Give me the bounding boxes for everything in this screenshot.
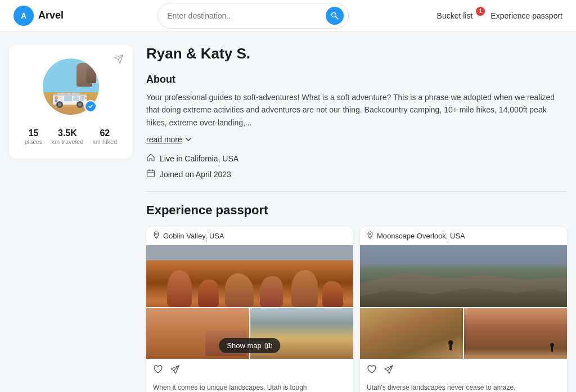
divider xyxy=(146,191,567,192)
svg-marker-28 xyxy=(268,343,270,348)
moonscape-photo-br xyxy=(464,308,567,359)
svg-point-31 xyxy=(370,233,371,235)
stat-places-label: places xyxy=(25,138,43,145)
svg-rect-6 xyxy=(73,96,79,101)
location-pin-icon-goblin xyxy=(153,231,160,241)
svg-point-26 xyxy=(156,233,158,235)
heart-icon-goblin[interactable] xyxy=(153,364,163,377)
passport-card-moonscape: Moonscape Overlook, USA xyxy=(360,227,567,392)
svg-marker-29 xyxy=(270,344,272,348)
joined-meta: Joined on April 2023 xyxy=(146,169,567,180)
avatar-wrap xyxy=(43,58,99,115)
stat-km-traveled-value: 3.5K xyxy=(51,128,83,138)
read-more-label: read more xyxy=(146,135,182,144)
svg-point-10 xyxy=(58,103,61,106)
stat-places-value: 15 xyxy=(25,128,43,138)
svg-point-12 xyxy=(78,103,82,106)
stat-km-traveled: 3.5K km traveled xyxy=(51,128,83,145)
svg-rect-21 xyxy=(55,100,57,102)
stat-places: 15 places xyxy=(25,128,43,145)
logo-text: Arvel xyxy=(38,10,64,21)
search-area xyxy=(79,3,428,29)
nav-bucket-list[interactable]: Bucket list 1 xyxy=(437,11,480,20)
content: Ryan & Katy S. About Your professional g… xyxy=(146,45,567,392)
svg-line-1 xyxy=(336,16,339,19)
goblin-caption: When it comes to unique landscapes, Utah… xyxy=(146,383,353,392)
card-location-goblin: Goblin Valley, USA xyxy=(163,232,224,240)
experience-passport-label: Experience passport xyxy=(490,11,562,20)
logo-icon: A xyxy=(14,6,34,26)
moonscape-photo-bl xyxy=(360,308,463,359)
location-pin-icon-moonscape xyxy=(367,231,374,241)
send-icon[interactable] xyxy=(114,54,124,67)
location-text: Live in California, USA xyxy=(160,154,238,163)
svg-rect-19 xyxy=(85,97,87,99)
header: A Arvel Bucket list 1 Experience passpor… xyxy=(0,0,576,31)
search-input[interactable] xyxy=(167,11,321,20)
stat-km-hiked-label: km hiked xyxy=(92,138,117,145)
svg-rect-22 xyxy=(147,170,155,177)
nav-links: Bucket list 1 Experience passport xyxy=(437,11,562,20)
moonscape-caption: Utah's diverse landscapes never cease to… xyxy=(360,383,567,392)
nav-experience-passport[interactable]: Experience passport xyxy=(490,11,562,20)
passport-card-goblin-valley: Goblin Valley, USA xyxy=(146,227,353,392)
verified-badge xyxy=(84,100,97,112)
card-header-goblin: Goblin Valley, USA xyxy=(146,227,353,245)
svg-rect-8 xyxy=(53,94,87,96)
calendar-icon xyxy=(146,169,155,180)
stat-km-traveled-label: km traveled xyxy=(51,138,83,145)
search-icon xyxy=(331,12,339,20)
stats-row: 15 places 3.5K km traveled 62 km hiked xyxy=(25,128,118,145)
passport-section-title: Experience passport xyxy=(146,203,567,218)
passport-grid: Goblin Valley, USA xyxy=(146,227,567,392)
search-button[interactable] xyxy=(326,7,344,25)
svg-point-20 xyxy=(55,96,58,100)
share-icon-goblin[interactable] xyxy=(170,364,180,377)
moonscape-main-photo xyxy=(360,245,567,307)
moonscape-image-grid xyxy=(360,245,567,359)
share-icon-moonscape[interactable] xyxy=(384,364,394,377)
logo[interactable]: A Arvel xyxy=(14,6,70,26)
location-meta: Live in California, USA xyxy=(146,153,567,164)
profile-card: 15 places 3.5K km traveled 62 km hiked xyxy=(9,45,133,159)
about-text: Your professional guides to soft-adventu… xyxy=(146,91,567,129)
bucket-list-label: Bucket list xyxy=(437,11,473,20)
profile-name: Ryan & Katy S. xyxy=(146,45,567,62)
stat-km-hiked-value: 62 xyxy=(92,128,117,138)
show-map-button[interactable]: Show map xyxy=(219,338,280,353)
svg-rect-13 xyxy=(57,93,80,94)
main-layout: 15 places 3.5K km traveled 62 km hiked R… xyxy=(0,31,576,392)
moonscape-card-footer xyxy=(360,359,567,383)
heart-icon-moonscape[interactable] xyxy=(367,364,377,377)
card-location-moonscape: Moonscape Overlook, USA xyxy=(377,232,465,240)
joined-text: Joined on April 2023 xyxy=(160,170,231,179)
moonscape-bottom-row xyxy=(360,308,567,359)
read-more-button[interactable]: read more xyxy=(146,135,192,144)
chevron-down-icon xyxy=(184,136,192,143)
svg-rect-7 xyxy=(80,96,84,101)
svg-rect-27 xyxy=(266,344,268,348)
goblin-images-container: Show map xyxy=(146,245,353,359)
goblin-main-photo xyxy=(146,245,353,307)
svg-rect-5 xyxy=(64,96,72,101)
meta-items: Live in California, USA Joined on April … xyxy=(146,153,567,180)
search-bar xyxy=(158,3,349,29)
home-icon xyxy=(146,153,155,164)
sidebar: 15 places 3.5K km traveled 62 km hiked xyxy=(9,45,133,392)
bucket-list-badge: 1 xyxy=(476,7,485,16)
show-map-label: Show map xyxy=(227,341,261,350)
about-title: About xyxy=(146,74,567,85)
stat-km-hiked: 62 km hiked xyxy=(92,128,117,145)
card-header-moonscape: Moonscape Overlook, USA xyxy=(360,227,567,245)
about-section: About Your professional guides to soft-a… xyxy=(146,74,567,180)
map-icon xyxy=(265,342,273,350)
goblin-card-footer xyxy=(146,359,353,383)
